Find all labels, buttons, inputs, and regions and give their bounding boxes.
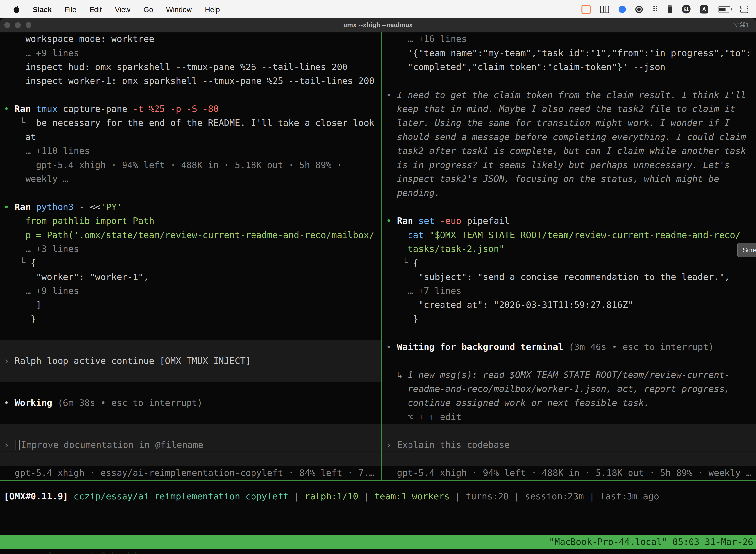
command-output: "worker": "worker-1", [0,270,381,284]
command-output: } [0,312,381,326]
new-message-note: readme-and-reco/mailbox/worker-1.json, a… [382,382,756,396]
battery-percent-badge[interactable]: 61 [682,5,691,13]
tmux-status-bar: [omx-cczip0:bash* "MacBook-Pro-44.local"… [0,535,756,549]
command-output: "created_at": "2026-03-31T11:59:27.816Z" [382,298,756,312]
collapsed-lines: … +16 lines [382,32,756,46]
screen-recording-icon[interactable] [581,4,590,14]
terminal-window: omx --xhigh --madmax ⌥⌘1 workspace_mode:… [0,18,756,554]
menu-edit[interactable]: Edit [89,5,102,13]
new-message-note: ↳ 1 new msg(s): read $OMX_TEAM_STATE_ROO… [382,368,756,382]
menu-bar-status: ⠿ 61 A [581,4,756,14]
new-message-note: continue assigned work or next feasible … [382,396,756,409]
thinking: later. Using the same for transition mig… [382,116,756,130]
omx-status-line: [OMX#0.11.9] cczip/essay/ai-reimplementa… [0,490,756,503]
menu-bar-left: Slack File Edit View Go Window Help [0,5,220,13]
apple-menu-icon[interactable] [13,5,19,13]
command-code: '{"team_name":"my-team","task_id":"1","f… [382,46,756,60]
command-output: "subject": "send a concise recommendatio… [382,270,756,284]
terminal-line [382,424,756,438]
terminal-line [0,368,381,382]
command-code: "completed","claim_token":"claim-token"}… [382,60,756,74]
command-code: cat "$OMX_TEAM_STATE_ROOT/team/review-cu… [382,228,756,242]
thinking: keep that in mind. Maybe I also need the… [382,102,756,116]
ran-command: • Ran tmux capture-pane -t %25 -p -S -80 [0,102,381,116]
dark-circle-app-icon[interactable] [635,5,642,13]
command-output: └ { [0,256,381,270]
input-source-icon[interactable]: A [700,5,708,13]
dots-grid-icon[interactable]: ⠿ [652,5,658,13]
battery-fill [719,7,726,11]
command-output: └ be necessary for the end of the README… [0,116,381,130]
terminal-line [382,74,756,88]
text-cursor [15,440,20,450]
blue-app-icon[interactable] [618,5,626,13]
collapsed-lines: … +9 lines [0,284,381,297]
pane-right[interactable]: … +16 lines '{"team_name":"my-team","tas… [382,32,756,480]
collapsed-lines: … +7 lines [382,284,756,297]
omx-hud-line: [OMX#0.11.9] cczip/essay/ai-reimplementa… [0,490,756,503]
ran-command: • Ran python3 - <<'PY' [0,200,381,214]
terminal-line [382,354,756,368]
terminal-line [0,88,381,102]
terminal-line [0,424,381,438]
key-app-icon[interactable] [668,5,672,13]
terminal-line [0,452,381,466]
thinking: • I need to get the claim token from the… [382,88,756,102]
battery-icon[interactable] [718,6,731,12]
terminal-line [382,452,756,466]
thinking: should send a message before completing … [382,130,756,144]
title-bar[interactable]: omx --xhigh --madmax ⌥⌘1 [0,18,756,32]
pane-divider-horizontal [0,480,756,481]
input-placeholder: › Explain this codebase [382,438,756,451]
thinking: pending. [382,186,756,200]
input-placeholder: › Improve documentation in @filename [0,438,381,451]
pane-footer: gpt-5.4 xhigh · essay/ai-reimplementatio… [0,466,381,480]
config-line: inspect_hud: omx sparkshell --tmux-pane … [0,60,381,74]
menu-view[interactable]: View [115,5,130,13]
command-output: } [382,312,756,326]
menu-bar: Slack File Edit View Go Window Help ⠿ 61… [0,0,756,18]
window-title: omx --xhigh --madmax [0,18,756,32]
command-output: weekly … [0,172,381,186]
command-output: ] [0,298,381,312]
control-center-icon[interactable] [740,5,748,13]
thinking: task2 after task1 is complete, but can I… [382,144,756,158]
terminal-line [0,326,381,340]
tmux-host-time: "MacBook-Pro-44.local" 05:03 31-Mar-26 [549,535,753,549]
collapsed-lines: … +9 lines [0,46,381,60]
edit-hint: ⌥ + ↑ edit [382,410,756,424]
terminal-line [0,340,381,354]
thinking: inspect task2's JSON, focusing on the st… [382,172,756,186]
working-status: • Working (6m 38s • esc to interrupt) [0,396,381,409]
menu-help[interactable]: Help [205,5,220,13]
queued-message: › Ralph loop active continue [OMX_TMUX_I… [0,354,381,368]
config-line: workspace_mode: worktree [0,32,381,46]
tmux-session: workspace_mode: worktree … +9 lines insp… [0,32,756,554]
thinking: is in progress? It seems likely but perh… [382,158,756,172]
terminal-line [382,326,756,340]
tmux-session-name: [omx-cczip0:bash* [43,551,138,554]
menu-file[interactable]: File [65,5,76,13]
terminal-line [0,382,381,396]
menu-window[interactable]: Window [166,5,192,13]
menu-app-name[interactable]: Slack [33,5,52,13]
menu-go[interactable]: Go [143,5,153,13]
clipped-tooltip: Scre [737,243,756,257]
command-output: └ { [382,256,756,270]
screen: Slack File Edit View Go Window Help ⠿ 61… [0,0,756,554]
command-code: tasks/task-2.json" [382,242,756,256]
command-code: p = Path('.omx/state/team/review-current… [0,228,381,242]
terminal-line [382,200,756,214]
waiting-status: • Waiting for background terminal (3m 46… [382,340,756,354]
pane-footer: gpt-5.4 xhigh · 94% left · 488K in · 5.1… [382,466,756,480]
collapsed-lines: … +3 lines [0,242,381,256]
window-shortcut: ⌥⌘1 [732,18,749,32]
ran-command: • Ran set -euo pipefail [382,214,756,228]
collapsed-lines: … +110 lines [0,144,381,158]
command-code: from pathlib import Path [0,214,381,228]
command-output: gpt-5.4 xhigh · 94% left · 488K in · 5.1… [0,158,381,172]
grid-app-icon[interactable] [600,5,609,13]
terminal-line [0,410,381,424]
pane-left[interactable]: workspace_mode: worktree … +9 lines insp… [0,32,381,480]
config-line: inspect_worker-1: omx sparkshell --tmux-… [0,74,381,88]
